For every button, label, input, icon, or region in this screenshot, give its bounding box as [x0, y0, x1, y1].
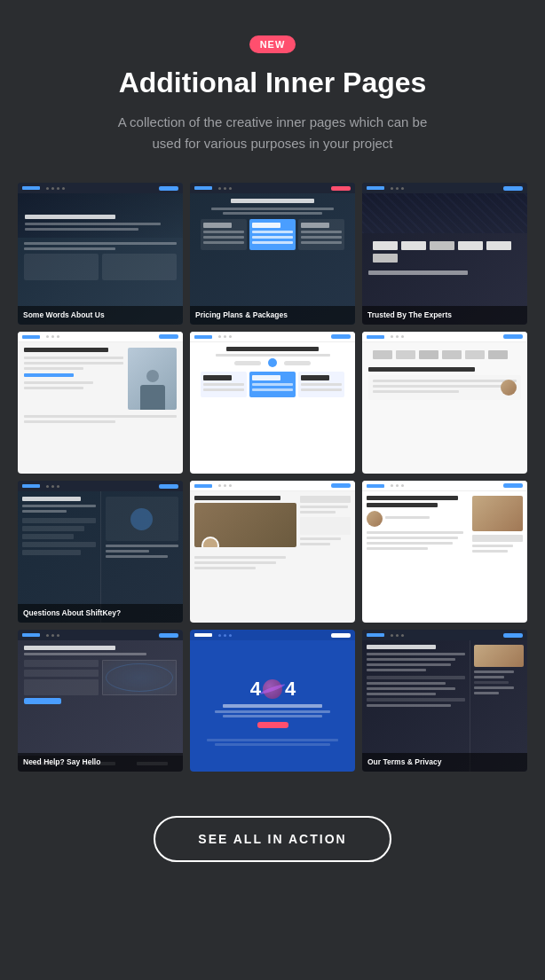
thumb-pricing-dark[interactable]: Pricing Plans & Packages [190, 183, 355, 325]
thumb-label-2: Pricing Plans & Packages [190, 306, 355, 325]
section-subtitle: A collection of the creative inner pages… [113, 112, 432, 154]
thumb-blog[interactable] [190, 481, 355, 623]
thumb-about-light[interactable] [18, 332, 183, 474]
pages-grid: Some Words About Us [18, 183, 527, 772]
thumb-label-7: Questions About ShiftKey? [18, 604, 183, 623]
thumb-label-3: Trusted By The Experts [362, 306, 527, 325]
thumb-testimonial[interactable] [362, 332, 527, 474]
thumb-pricing-light[interactable] [190, 332, 355, 474]
thumb-about-us[interactable]: Some Words About Us [18, 183, 183, 325]
cta-button[interactable]: SEE ALL IN ACTION [154, 816, 391, 862]
thumb-label-1: Some Words About Us [18, 306, 183, 325]
thumb-label-12: Our Terms & Privacy [362, 753, 527, 772]
thumb-label-10: Need Help? Say Hello [18, 753, 183, 772]
thumb-contact[interactable]: Need Help? Say Hello [18, 630, 183, 772]
thumb-article[interactable] [362, 481, 527, 623]
thumb-404[interactable]: 4 4 [190, 630, 355, 772]
thumb-trusted[interactable]: Trusted By The Experts [362, 183, 527, 325]
thumb-terms[interactable]: Our Terms & Privacy [362, 630, 527, 772]
thumb-faq[interactable]: Questions About ShiftKey? [18, 481, 183, 623]
section-title: Additional Inner Pages [119, 66, 427, 99]
new-badge: NEW [249, 35, 296, 53]
